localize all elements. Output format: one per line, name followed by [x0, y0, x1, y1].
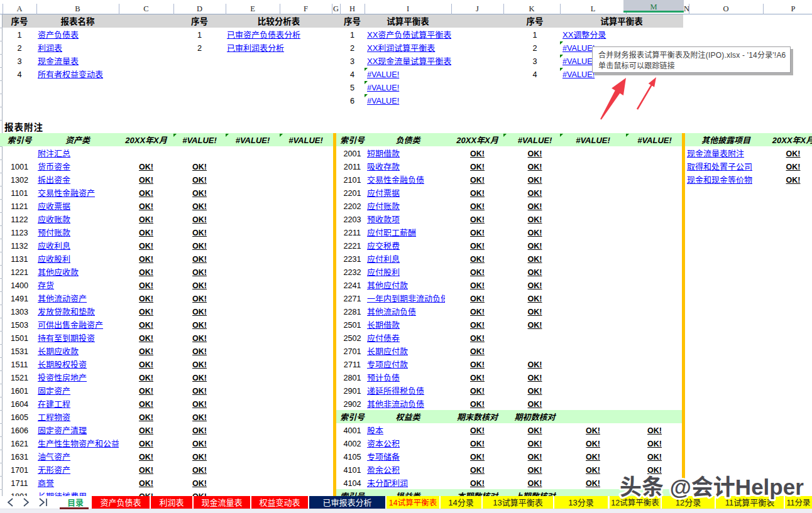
svg-text:头条 @会计Helper: 头条 @会计Helper	[620, 470, 804, 501]
